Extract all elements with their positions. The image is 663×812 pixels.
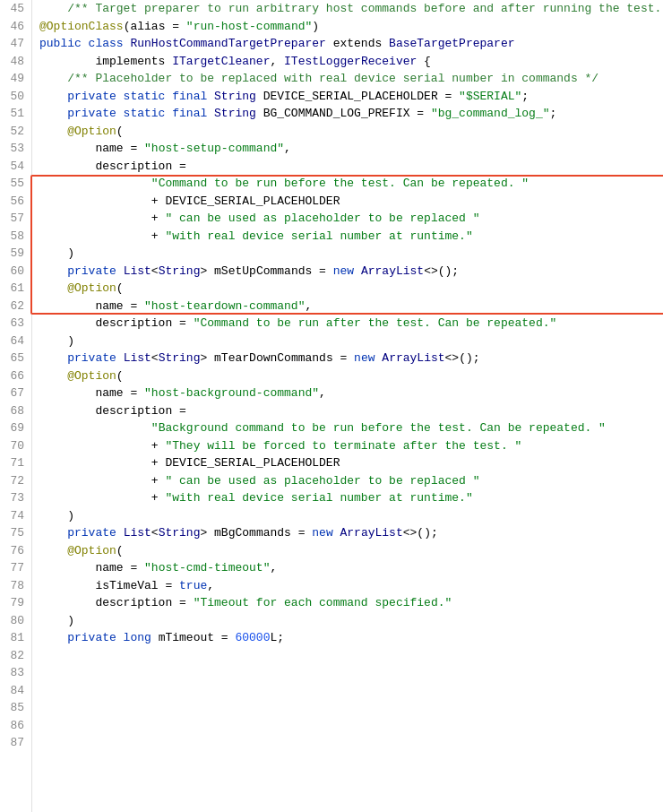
token-string: "Timeout for each command specified." <box>194 596 452 609</box>
token-plain: description = <box>39 160 186 173</box>
code-line-73: description = <box>39 402 663 420</box>
token-plain: isTimeVal = <box>39 579 179 592</box>
token-plain: > mBgCommands = <box>200 526 312 540</box>
code-line-57: description = <box>39 158 663 176</box>
line-num-81: 81 <box>4 629 24 647</box>
line-num-54: 54 <box>4 158 24 176</box>
code-line-69: private List<String> mTearDownCommands =… <box>39 350 663 367</box>
token-class: String <box>214 90 256 103</box>
token-plain: , <box>270 561 277 574</box>
token-keyword: private long <box>39 631 151 644</box>
line-num-46: 46 <box>4 18 24 36</box>
line-num-77: 77 <box>4 559 24 577</box>
line-num-53: 53 <box>4 140 24 158</box>
token-comment: /** Target preparer to run arbitrary hos… <box>39 2 663 15</box>
token-plain <box>39 177 151 190</box>
code-line-61: + "with real device serial number at run… <box>39 228 663 246</box>
token-string: "with real device serial number at runti… <box>165 229 472 243</box>
token-plain: + <box>39 212 165 225</box>
token-string: "with real device serial number at runti… <box>165 491 472 505</box>
token-plain: + <box>39 229 165 243</box>
token-string: " can be used as placeholder to be repla… <box>165 474 479 488</box>
line-num-69: 69 <box>4 419 24 437</box>
line-num-55: 55 <box>4 175 24 193</box>
code-line-56: name = "host-setup-command", <box>39 140 663 158</box>
code-line-84: isTimeVal = true, <box>39 577 663 595</box>
code-line-67: description = "Command to be run after t… <box>39 315 663 333</box>
token-plain: ( <box>116 125 124 138</box>
token-plain: < <box>151 351 159 365</box>
code-line-58: "Command to be run before the test. Can … <box>39 175 663 193</box>
code-line-82: @Option( <box>39 542 663 560</box>
token-plain: > mTearDownCommands = <box>200 351 354 365</box>
line-num-75: 75 <box>4 524 24 542</box>
token-string: "run-host-command" <box>186 20 312 33</box>
token-class: List <box>124 264 151 278</box>
token-keyword: new <box>312 526 340 540</box>
line-num-64: 64 <box>4 333 24 350</box>
token-keyword: private <box>39 526 124 540</box>
code-line-72: name = "host-background-command", <box>39 384 663 402</box>
line-num-84: 84 <box>4 682 24 700</box>
line-num-82: 82 <box>4 647 24 665</box>
line-num-79: 79 <box>4 594 24 612</box>
token-string: "host-background-command" <box>144 386 319 400</box>
line-num-73: 73 <box>4 489 24 507</box>
token-string: "host-setup-command" <box>144 142 284 155</box>
line-num-57: 57 <box>4 210 24 228</box>
token-plain: , <box>284 142 291 155</box>
token-class: String <box>159 526 201 540</box>
line-num-45: 45 <box>4 0 24 18</box>
code-line-48: implements ITargetCleaner, ITestLoggerRe… <box>39 53 663 71</box>
line-num-49: 49 <box>4 70 24 88</box>
token-plain: , <box>207 579 214 592</box>
token-plain: , <box>319 386 326 400</box>
line-num-74: 74 <box>4 507 24 525</box>
line-num-47: 47 <box>4 35 24 53</box>
token-annotation: @Option <box>39 544 116 557</box>
token-class: ArrayList <box>361 264 424 278</box>
token-keyword: private static final <box>39 107 214 120</box>
token-class: List <box>124 526 151 540</box>
token-annotation: @Option <box>39 369 116 383</box>
token-plain: ( <box>116 544 124 557</box>
token-class: ArrayList <box>340 526 403 540</box>
line-num-76: 76 <box>4 542 24 560</box>
line-num-67: 67 <box>4 384 24 402</box>
line-num-80: 80 <box>4 612 24 630</box>
token-plain: <>(); <box>445 351 480 365</box>
line-num-51: 51 <box>4 105 24 123</box>
code-line-83: name = "host-cmd-timeout", <box>39 559 663 577</box>
code-line-76: + DEVICE_SERIAL_PLACEHOLDER <box>39 454 663 472</box>
line-num-72: 72 <box>4 472 24 490</box>
token-class: String <box>214 107 256 120</box>
token-plain: + DEVICE_SERIAL_PLACEHOLDER <box>39 194 340 208</box>
code-line-74: "Background command to be run before the… <box>39 419 663 437</box>
token-keyword: private <box>39 264 124 278</box>
line-num-85: 85 <box>4 699 24 717</box>
token-plain: name = <box>39 299 144 313</box>
token-number: 60000 <box>235 631 270 644</box>
code-line-53: private static final String BG_COMMAND_L… <box>39 105 663 123</box>
token-class: List <box>124 351 151 365</box>
token-plain: , <box>305 299 312 313</box>
token-plain: ) <box>39 334 74 348</box>
line-num-68: 68 <box>4 402 24 420</box>
line-num-62: 62 <box>4 298 24 315</box>
token-plain: L; <box>270 631 284 644</box>
token-class: RunHostCommandTargetPreparer <box>130 37 325 50</box>
token-annotation: @Option <box>39 125 116 138</box>
token-string: "$SERIAL" <box>459 90 521 103</box>
token-string: "host-cmd-timeout" <box>144 561 270 574</box>
token-plain: < <box>151 526 159 540</box>
line-num-63: 63 <box>4 315 24 333</box>
token-plain: + <box>39 491 165 505</box>
token-plain: description = <box>39 404 186 418</box>
token-plain: <>(); <box>424 264 459 278</box>
token-plain: extends <box>326 37 389 50</box>
token-plain: <>(); <box>403 526 438 540</box>
token-plain: ) <box>39 246 74 260</box>
token-class: String <box>159 264 201 278</box>
line-num-86: 86 <box>4 717 24 735</box>
token-keyword: new <box>333 264 361 278</box>
